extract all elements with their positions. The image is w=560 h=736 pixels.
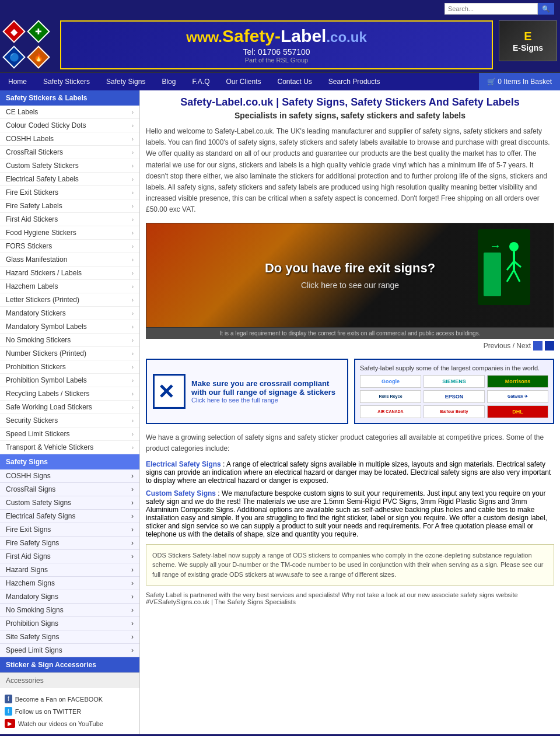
sidebar-sign-hazard[interactable]: Hazard Signs› [0, 563, 139, 577]
search-input[interactable] [444, 3, 538, 15]
site-logo[interactable]: www.Safety-Label.co.uk Tel: 01706 557100… [60, 20, 493, 69]
custom-desc-separator: : [216, 489, 222, 497]
exit-figure-svg: → [478, 229, 530, 305]
sidebar-sign-speed-limit[interactable]: Speed Limit Signs› [0, 644, 139, 657]
sidebar-item-prohibition-symbol[interactable]: Prohibition Symbol Labels› [0, 374, 139, 387]
sidebar-item-fire-safety[interactable]: Fire Safety Labels› [0, 199, 139, 213]
nav-safety-signs[interactable]: Safety Signs [98, 73, 153, 90]
crossrail-link[interactable]: Click here to see the full range [191, 397, 341, 404]
nav-contact[interactable]: Contact Us [270, 73, 320, 90]
esigns-logo[interactable]: E E-Signs [496, 17, 560, 72]
facebook-link[interactable]: f Become a Fan on FACEBOOK [5, 693, 135, 705]
twitter-link[interactable]: t Follow us on TWITTER [5, 705, 135, 717]
banner-navigation: Previous / Next [146, 339, 554, 353]
nav-home[interactable]: Home [0, 73, 35, 90]
sidebar-sign-site-safety[interactable]: Site Safety Signs› [0, 630, 139, 644]
fire-exit-banner[interactable]: Do you have fire exit signs? Click here … [146, 223, 554, 328]
sidebar: Safety Stickers & Labels CE Labels› Colo… [0, 90, 140, 734]
sidebar-item-glass[interactable]: Glass Manifestation› [0, 253, 139, 267]
sidebar-item-security[interactable]: Security Stickers› [0, 414, 139, 427]
sidebar-accessories-item[interactable]: Accessories [0, 672, 139, 688]
header: ◆ ✚ 🔵 🔥 www.Safety-La [0, 17, 560, 72]
search-button[interactable]: 🔍 [538, 3, 554, 15]
client-rolls: Rolls Royce [360, 390, 421, 403]
sidebar-item-hazchem[interactable]: Hazchem Labels› [0, 280, 139, 293]
sidebar-item-colour-coded[interactable]: Colour Coded Sticky Dots› [0, 119, 139, 132]
nav-faq[interactable]: F.A.Q [184, 73, 218, 90]
banner-next-button[interactable] [545, 341, 554, 351]
sidebar-item-letter-stickers[interactable]: Letter Stickers (Printed)› [0, 293, 139, 307]
sister-site-text: Safety Label is partnered with the very … [146, 591, 554, 605]
electrical-desc-title[interactable]: Electrical Safety Signs [146, 460, 221, 468]
client-air-canada: AIR CANADA [360, 405, 421, 418]
crossrail-promo[interactable]: ✕ Make sure you are crossrail compliant … [146, 359, 348, 424]
cart[interactable]: 🛒 0 Items In Basket [479, 73, 560, 90]
youtube-label: Watch our videos on YouTube [18, 720, 103, 727]
sidebar-item-speed-limit[interactable]: Speed Limit Stickers› [0, 427, 139, 441]
sidebar-item-number-stickers[interactable]: Number Stickers (Printed)› [0, 347, 139, 360]
electrical-desc: Electrical Safety Signs : A range of ele… [146, 460, 554, 485]
youtube-link[interactable]: ▶ Watch our videos on YouTube [5, 717, 135, 730]
sidebar-item-coshh-labels[interactable]: COSHH Labels› [0, 132, 139, 146]
sidebar-item-transport[interactable]: Transport & Vehicle Stickers› [0, 441, 139, 454]
sidebar-item-mandatory[interactable]: Mandatory Stickers› [0, 307, 139, 320]
banner-text: Do you have fire exit signs? Click here … [253, 249, 447, 302]
sidebar-item-no-smoking[interactable]: No Smoking Stickers› [0, 334, 139, 347]
svg-point-2 [509, 242, 519, 251]
sidebar-sign-fire-safety[interactable]: Fire Safety Signs› [0, 537, 139, 550]
crossrail-symbol: ✕ [155, 377, 184, 406]
sidebar-item-custom-stickers[interactable]: Custom Safety Stickers› [0, 159, 139, 173]
banner-area: Do you have fire exit signs? Click here … [146, 223, 554, 353]
sidebar-sign-custom[interactable]: Custom Safety Signs› [0, 496, 139, 510]
sidebar-sign-fire-exit[interactable]: Fire Exit Signs› [0, 523, 139, 537]
nav-clients[interactable]: Our Clients [218, 73, 269, 90]
banner-prev-button[interactable] [533, 341, 542, 351]
sidebar-sign-first-aid[interactable]: First Aid Signs› [0, 550, 139, 563]
sidebar-sign-no-smoking[interactable]: No Smoking Signs› [0, 604, 139, 617]
client-epson: EPSON [424, 390, 485, 403]
page-subtitle: Specialists in safety signs, safety stic… [146, 111, 554, 120]
sidebar-item-electrical[interactable]: Electrical Safety Labels› [0, 173, 139, 186]
nav-blog[interactable]: Blog [153, 73, 184, 90]
sidebar-item-food-hygiene[interactable]: Food Hygiene Stickers› [0, 226, 139, 240]
sidebar-stickers-title: Safety Stickers & Labels [0, 90, 139, 106]
site-url: www.Safety-Label.co.uk [73, 26, 480, 46]
nav-safety-stickers[interactable]: Safety Stickers [35, 73, 98, 90]
sidebar-sign-coshh[interactable]: COSHH Signs› [0, 469, 139, 483]
sidebar-item-fors[interactable]: FORS Stickers› [0, 240, 139, 253]
navbar: Home Safety Stickers Safety Signs Blog F… [0, 72, 560, 90]
sidebar-item-prohibition[interactable]: Prohibition Stickers› [0, 360, 139, 374]
client-google: Google [360, 375, 421, 388]
banner-nav-label: Previous / Next [484, 342, 531, 350]
product-cats-intro: We have a growing selection of safety si… [146, 432, 554, 454]
sidebar-item-safe-working[interactable]: Safe Working Load Stickers› [0, 401, 139, 414]
facebook-icon: f [5, 695, 12, 703]
sidebar-sign-prohibition[interactable]: Prohibition Signs› [0, 617, 139, 630]
sidebar-sign-hazchem[interactable]: Hazchem Signs› [0, 577, 139, 590]
exit-sign-figure: → [478, 229, 530, 307]
facebook-label: Become a Fan on FACEBOOK [15, 696, 103, 703]
nav-search-products[interactable]: Search Products [320, 73, 388, 90]
crossrail-title: Make sure you are crossrail compliant wi… [191, 379, 341, 397]
ods-section: ODS Stickers Safety-label now supply a r… [146, 544, 554, 586]
sidebar-sign-mandatory[interactable]: Mandatory Signs› [0, 590, 139, 604]
sidebar-accessories-title: Sticker & Sign Accessories [0, 657, 139, 672]
banner-title: Do you have fire exit signs? [265, 261, 435, 276]
custom-desc: Custom Safety Signs : We manufacture bes… [146, 489, 554, 538]
main-layout: Safety Stickers & Labels CE Labels› Colo… [0, 90, 560, 734]
sidebar-item-ce-labels[interactable]: CE Labels› [0, 106, 139, 119]
banner-subtitle: Click here to see our range [265, 281, 435, 290]
sidebar-item-mandatory-symbol[interactable]: Mandatory Symbol Labels› [0, 320, 139, 334]
custom-desc-title[interactable]: Custom Safety Signs [146, 489, 216, 497]
sidebar-item-recycling[interactable]: Recycling Labels / Stickers› [0, 387, 139, 401]
sidebar-item-first-aid[interactable]: First Aid Stickers› [0, 213, 139, 226]
svg-text:→: → [489, 239, 501, 252]
sister-site: Safety Label is partnered with the very … [146, 591, 554, 605]
sidebar-sign-electrical[interactable]: Electrical Safety Signs› [0, 510, 139, 523]
banner-caption: It is a legal requirement to display the… [146, 328, 554, 339]
sidebar-sign-crossrail[interactable]: CrossRail Signs› [0, 483, 139, 496]
sidebar-item-fire-exit[interactable]: Fire Exit Stickers› [0, 186, 139, 199]
sidebar-item-crossrail[interactable]: CrossRail Stickers› [0, 146, 139, 159]
sidebar-item-hazard[interactable]: Hazard Stickers / Labels› [0, 267, 139, 280]
clients-promo: Safety-label supply some of the largest … [354, 359, 554, 424]
